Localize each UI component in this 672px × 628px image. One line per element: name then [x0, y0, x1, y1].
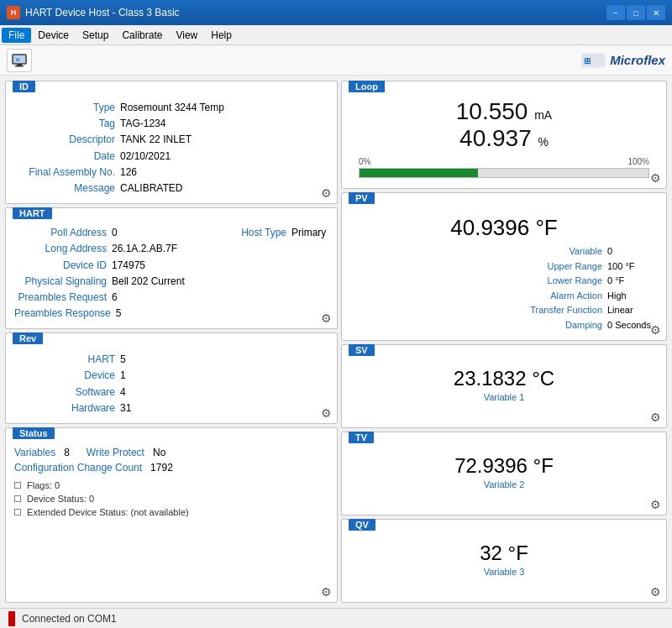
pv-panel: PV 40.9396 °F Variable 0 Upper Range 100… — [341, 192, 667, 341]
pv-transferfn-label: Transfer Function — [510, 303, 602, 318]
id-assembly-value: 126 — [120, 165, 137, 181]
progress-max-label: 100% — [627, 157, 649, 166]
loop-ma-unit: mA — [534, 108, 552, 122]
id-date-row: Date 02/10/2021 — [14, 149, 328, 165]
id-message-row: Message CALIBRATED — [14, 181, 328, 196]
pv-damping-row: Damping 0 Seconds — [350, 318, 658, 333]
rev-hart-row: HART 5 — [14, 352, 328, 368]
progress-bar-bg — [359, 168, 649, 178]
device-status-dot — [14, 495, 21, 502]
hart-long-label: Long Address — [14, 241, 107, 257]
status-gear-button[interactable]: ⚙ — [321, 585, 332, 599]
pv-alarmaction-row: Alarm Action High — [350, 289, 658, 304]
flags-text: Flags: 0 — [27, 480, 60, 490]
svg-text:⊞: ⊞ — [584, 56, 591, 65]
pv-value: 40.9396 — [450, 215, 529, 240]
hart-poll-label: Poll Address — [14, 225, 107, 241]
rev-gear-button[interactable]: ⚙ — [321, 406, 332, 420]
hart-physical-value: Bell 202 Current — [112, 274, 185, 290]
sv-header: SV — [349, 344, 375, 356]
menu-device[interactable]: Device — [31, 28, 76, 43]
sv-variable: Variable 1 — [350, 392, 658, 406]
hart-preq-row: Preambles Request 6 — [14, 290, 228, 306]
loop-gear-button[interactable]: ⚙ — [650, 171, 661, 185]
hart-hosttype-label: Host Type — [228, 225, 286, 241]
menu-calibrate[interactable]: Calibrate — [115, 28, 169, 43]
qv-value: 32 — [480, 542, 502, 564]
hart-deviceid-row: Device ID 174975 — [14, 258, 228, 274]
device-status-row: Device Status: 0 — [14, 492, 328, 505]
pv-unit: °F — [535, 215, 557, 240]
qv-value-display: 32 °F — [350, 536, 658, 567]
menu-file[interactable]: File — [2, 28, 31, 43]
rev-device-value: 1 — [120, 368, 126, 384]
sv-gear-button[interactable]: ⚙ — [650, 411, 661, 424]
menu-view[interactable]: View — [169, 28, 204, 43]
sv-unit: °C — [532, 367, 554, 390]
monitor-button[interactable]: H — [7, 49, 32, 72]
hart-col1: Poll Address 0 Long Address 26.1A.2.AB.7… — [14, 225, 228, 322]
loop-header: Loop — [349, 81, 385, 92]
pv-damping-label: Damping — [510, 318, 602, 333]
status-writeprotect-group: Write Protect No — [87, 447, 165, 458]
tv-unit: °F — [533, 454, 554, 477]
qv-gear-button[interactable]: ⚙ — [650, 585, 661, 599]
progress-labels: 0% 100% — [359, 157, 649, 166]
qv-header: QV — [349, 519, 375, 531]
id-content: Type Rosemount 3244 Temp Tag TAG-1234 De… — [6, 81, 337, 203]
pv-variable-label: Variable — [510, 244, 602, 259]
loop-ma-value: 10.550 — [456, 98, 528, 124]
hart-hosttype-value: Primary — [291, 225, 326, 241]
pv-variable-row: Variable 0 — [350, 244, 658, 259]
sv-value: 23.1832 — [454, 367, 527, 390]
status-config-group: Configuration Change Count 1792 — [14, 462, 328, 474]
status-config-label: Configuration Change Count — [14, 462, 142, 474]
title-bar: H HART Device Host - Class 3 Basic − □ ✕ — [0, 0, 672, 25]
status-writeprotect-label: Write Protect — [87, 447, 144, 458]
id-message-value: CALIBRATED — [120, 181, 182, 196]
pv-alarmaction-value: High — [607, 289, 658, 304]
rev-device-label: Device — [14, 368, 115, 384]
sv-value-display: 23.1832 °C — [350, 362, 658, 392]
rev-software-label: Software — [14, 385, 115, 400]
loop-pct-unit: % — [538, 135, 548, 149]
menu-bar: File Device Setup Calibrate View Help — [0, 25, 672, 45]
pv-transferfn-value: Linear — [607, 303, 658, 318]
id-type-row: Type Rosemount 3244 Temp — [14, 100, 328, 116]
pv-upperrange-value: 100 °F — [607, 259, 658, 275]
menu-help[interactable]: Help — [204, 28, 239, 43]
id-gear-button[interactable]: ⚙ — [321, 186, 332, 200]
hart-gear-button[interactable]: ⚙ — [321, 311, 332, 325]
rev-hardware-row: Hardware 31 — [14, 400, 328, 416]
qv-content: 32 °F Variable 3 — [342, 520, 666, 587]
progress-bar-container: 0% 100% — [359, 157, 649, 178]
tv-gear-button[interactable]: ⚙ — [650, 498, 661, 511]
close-button[interactable]: ✕ — [647, 5, 665, 20]
extended-status-text: Extended Device Status: (not available) — [27, 507, 189, 517]
pv-lowerrange-value: 0 °F — [607, 274, 658, 289]
rev-software-value: 4 — [120, 385, 126, 400]
hart-pres-value: 5 — [116, 306, 122, 322]
tv-variable: Variable 2 — [350, 479, 658, 493]
restore-button[interactable]: □ — [627, 5, 645, 20]
window-controls: − □ ✕ — [606, 5, 665, 20]
id-message-label: Message — [14, 181, 115, 196]
qv-variable: Variable 3 — [350, 567, 658, 580]
menu-setup[interactable]: Setup — [76, 28, 115, 43]
rev-panel: Rev HART 5 Device 1 Software 4 Hardware … — [5, 332, 338, 424]
minimize-button[interactable]: − — [606, 5, 625, 20]
id-descriptor-value: TANK 22 INLET — [120, 132, 192, 148]
device-status-text: Device Status: 0 — [27, 494, 94, 504]
flags-dot — [14, 482, 21, 489]
id-tag-label: Tag — [14, 116, 115, 132]
pv-content: 40.9396 °F Variable 0 Upper Range 100 °F… — [342, 193, 666, 340]
pv-lowerrange-row: Lower Range 0 °F — [350, 274, 658, 289]
hart-pres-row: Preambles Response 5 — [14, 306, 228, 322]
hart-content: Poll Address 0 Long Address 26.1A.2.AB.7… — [6, 208, 337, 328]
loop-pct-display: 40.937 % — [350, 125, 658, 152]
svg-rect-2 — [15, 65, 24, 67]
status-variables-value: 8 — [64, 447, 70, 458]
pv-gear-button[interactable]: ⚙ — [650, 323, 661, 337]
right-column: Loop 10.550 mA 40.937 % 0% 100% — [341, 81, 667, 603]
progress-bar-fill — [360, 169, 478, 177]
